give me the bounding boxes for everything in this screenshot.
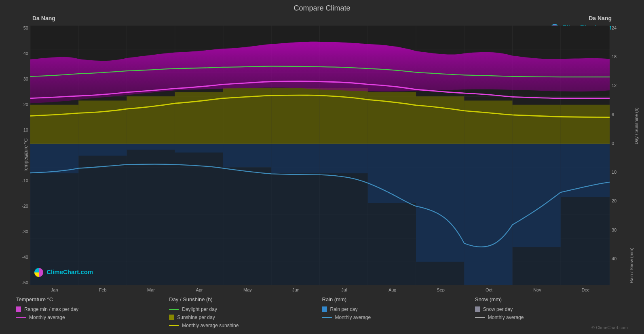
legend-sunshine-bar-label: Sunshine per day (177, 315, 215, 320)
legend-temp-range: Range min / max per day (16, 306, 169, 312)
right-axis-rain-label: Rain / Snow (mm) (629, 166, 634, 283)
sunshine-swatch (169, 315, 174, 320)
legend-rain: Rain (mm) Rain per day Monthly average (322, 296, 475, 330)
x-label-jul: Jul (320, 286, 368, 292)
x-label-aug: Aug (368, 286, 416, 292)
legend-temp-avg-label: Monthly average (29, 315, 65, 320)
legend-rain-avg: Monthly average (322, 315, 475, 320)
legend-snow-title: Snow (mm) (475, 296, 628, 302)
legend-daylight: Daylight per day (169, 306, 322, 312)
legend-rain-avg-label: Monthly average (335, 315, 371, 320)
svg-rect-50 (512, 105, 560, 144)
svg-rect-40 (30, 105, 78, 144)
legend-area: Temperature °C Range min / max per day M… (8, 292, 636, 330)
legend-sunshine-avg-label: Monthly average sunshine (182, 323, 239, 328)
svg-rect-43 (175, 92, 223, 144)
legend-rain-bar-label: Rain per day (330, 306, 358, 312)
y-left-label: Temperature °C (23, 138, 29, 172)
legend-daylight-label: Daylight per day (182, 306, 217, 312)
legend-snow-avg: Monthly average (475, 315, 628, 320)
svg-rect-45 (271, 88, 319, 144)
temp-avg-line (16, 317, 26, 318)
daylight-line (169, 309, 179, 310)
svg-rect-42 (127, 96, 175, 144)
legend-temp-avg: Monthly average (16, 315, 169, 320)
legend-temp-title: Temperature °C (16, 296, 169, 302)
legend-snow: Snow (mm) Snow per day Monthly average ©… (475, 296, 628, 330)
legend-sunshine-title: Day / Sunshine (h) (169, 296, 322, 302)
x-label-dec: Dec (562, 286, 610, 292)
location-left: Da Nang (32, 15, 55, 21)
legend-snow-bar: Snow per day (475, 306, 628, 312)
temp-range-swatch (16, 306, 21, 312)
sunshine-avg-line (169, 325, 179, 326)
x-label-mar: Mar (127, 286, 175, 292)
rain-avg-line (322, 317, 332, 318)
right-axis-sunshine-label: Day / Sunshine (h) (634, 28, 639, 144)
svg-rect-48 (416, 96, 464, 144)
rain-swatch (322, 306, 327, 312)
x-label-feb: Feb (78, 286, 127, 292)
location-right: Da Nang (589, 15, 612, 21)
snow-avg-line (475, 317, 485, 318)
x-label-may: May (224, 286, 272, 292)
main-container: Compare Climate Da Nang Da Nang ClimeCha… (0, 0, 644, 334)
legend-rain-bar: Rain per day (322, 306, 475, 312)
x-label-oct: Oct (465, 286, 513, 292)
legend-snow-avg-label: Monthly average (488, 315, 524, 320)
x-label-sep: Sep (416, 286, 465, 292)
svg-rect-41 (78, 100, 127, 143)
snow-swatch (475, 306, 480, 312)
x-label-nov: Nov (513, 286, 561, 292)
legend-sunshine-avg: Monthly average sunshine (169, 323, 322, 328)
x-label-jan: Jan (30, 286, 78, 292)
page-title: Compare Climate (8, 4, 636, 13)
legend-temperature: Temperature °C Range min / max per day M… (16, 296, 169, 330)
legend-temp-range-label: Range min / max per day (24, 306, 78, 312)
legend-rain-title: Rain (mm) (322, 296, 475, 302)
copyright-label: © ClimeChart.com (475, 325, 628, 330)
chart-area: ClimeChart.com (30, 26, 610, 285)
logo-bottom: ClimeChart.com (34, 268, 93, 277)
legend-sunshine: Day / Sunshine (h) Daylight per day Suns… (169, 296, 322, 330)
x-label-apr: Apr (175, 286, 223, 292)
legend-sunshine-bar: Sunshine per day (169, 315, 322, 320)
x-label-jun: Jun (272, 286, 320, 292)
legend-snow-bar-label: Snow per day (483, 306, 513, 312)
svg-rect-49 (464, 100, 512, 143)
svg-rect-51 (561, 105, 610, 144)
